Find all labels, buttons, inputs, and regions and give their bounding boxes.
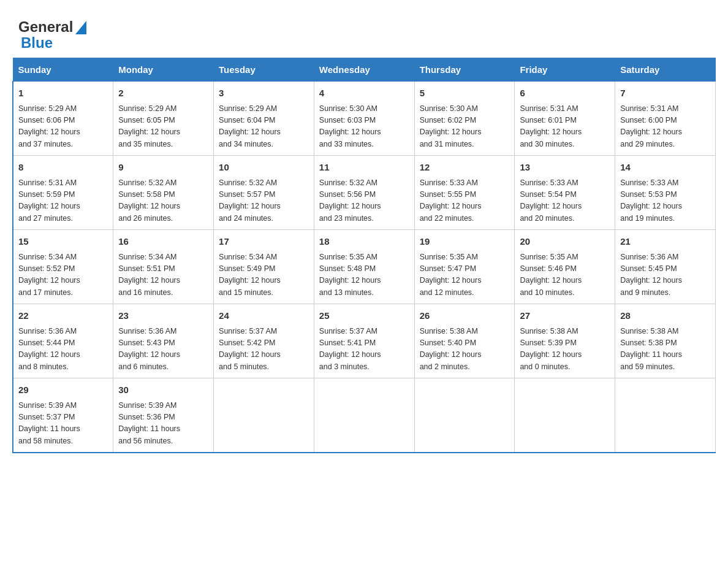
day-info: Sunrise: 5:31 AMSunset: 6:01 PMDaylight:…	[520, 103, 610, 151]
day-info: Sunrise: 5:39 AMSunset: 5:36 PMDaylight:…	[118, 400, 208, 448]
weekday-header-row: SundayMondayTuesdayWednesdayThursdayFrid…	[13, 58, 716, 82]
day-number: 6	[520, 86, 610, 101]
day-number: 22	[18, 309, 108, 323]
day-info: Sunrise: 5:39 AMSunset: 5:37 PMDaylight:…	[18, 400, 108, 448]
calendar-cell: 12Sunrise: 5:33 AMSunset: 5:55 PMDayligh…	[414, 156, 515, 230]
calendar-cell: 25Sunrise: 5:37 AMSunset: 5:41 PMDayligh…	[314, 304, 414, 378]
calendar-table: SundayMondayTuesdayWednesdayThursdayFrid…	[12, 58, 716, 453]
calendar-cell: 21Sunrise: 5:36 AMSunset: 5:45 PMDayligh…	[615, 230, 716, 304]
calendar-cell: 6Sunrise: 5:31 AMSunset: 6:01 PMDaylight…	[515, 82, 615, 156]
day-number: 13	[520, 161, 610, 175]
day-info: Sunrise: 5:32 AMSunset: 5:56 PMDaylight:…	[319, 177, 409, 225]
day-info: Sunrise: 5:37 AMSunset: 5:41 PMDaylight:…	[319, 326, 409, 373]
day-number: 27	[520, 309, 610, 323]
day-number: 24	[219, 309, 309, 323]
day-number: 11	[319, 161, 409, 175]
day-number: 2	[118, 86, 208, 101]
day-info: Sunrise: 5:30 AMSunset: 6:02 PMDaylight:…	[420, 103, 510, 151]
calendar-cell: 19Sunrise: 5:35 AMSunset: 5:47 PMDayligh…	[414, 230, 515, 304]
calendar-week-row: 15Sunrise: 5:34 AMSunset: 5:52 PMDayligh…	[13, 230, 716, 304]
day-number: 15	[18, 235, 108, 249]
day-info: Sunrise: 5:29 AMSunset: 6:06 PMDaylight:…	[18, 103, 108, 151]
day-info: Sunrise: 5:29 AMSunset: 6:05 PMDaylight:…	[118, 103, 208, 151]
day-number: 16	[118, 235, 208, 249]
weekday-header-friday: Friday	[515, 58, 615, 82]
calendar-cell: 23Sunrise: 5:36 AMSunset: 5:43 PMDayligh…	[113, 304, 214, 378]
day-info: Sunrise: 5:34 AMSunset: 5:49 PMDaylight:…	[219, 251, 309, 299]
calendar-cell	[615, 378, 716, 453]
day-number: 8	[18, 161, 108, 175]
day-info: Sunrise: 5:33 AMSunset: 5:55 PMDaylight:…	[420, 177, 510, 225]
day-info: Sunrise: 5:32 AMSunset: 5:57 PMDaylight:…	[219, 177, 309, 225]
calendar-cell	[314, 378, 414, 453]
day-info: Sunrise: 5:35 AMSunset: 5:48 PMDaylight:…	[319, 251, 409, 299]
day-number: 1	[18, 86, 108, 101]
calendar-cell: 30Sunrise: 5:39 AMSunset: 5:36 PMDayligh…	[113, 378, 214, 453]
calendar-week-row: 8Sunrise: 5:31 AMSunset: 5:59 PMDaylight…	[13, 156, 716, 230]
day-number: 5	[420, 86, 510, 101]
calendar-cell: 14Sunrise: 5:33 AMSunset: 5:53 PMDayligh…	[615, 156, 716, 230]
page-header: General Blue	[12, 12, 716, 52]
calendar-cell: 8Sunrise: 5:31 AMSunset: 5:59 PMDaylight…	[13, 156, 113, 230]
calendar-cell: 7Sunrise: 5:31 AMSunset: 6:00 PMDaylight…	[615, 82, 716, 156]
logo-blue-text: Blue	[21, 34, 53, 52]
calendar-cell: 1Sunrise: 5:29 AMSunset: 6:06 PMDaylight…	[13, 82, 113, 156]
day-number: 14	[620, 161, 710, 175]
day-number: 3	[219, 86, 309, 101]
day-number: 30	[118, 383, 208, 397]
day-info: Sunrise: 5:35 AMSunset: 5:47 PMDaylight:…	[420, 251, 510, 299]
logo-general-text: General	[18, 18, 73, 36]
calendar-week-row: 22Sunrise: 5:36 AMSunset: 5:44 PMDayligh…	[13, 304, 716, 378]
day-number: 17	[219, 235, 309, 249]
day-number: 20	[520, 235, 610, 249]
weekday-header-sunday: Sunday	[13, 58, 113, 82]
day-number: 25	[319, 309, 409, 323]
calendar-cell	[414, 378, 515, 453]
calendar-cell: 16Sunrise: 5:34 AMSunset: 5:51 PMDayligh…	[113, 230, 214, 304]
calendar-cell: 9Sunrise: 5:32 AMSunset: 5:58 PMDaylight…	[113, 156, 214, 230]
calendar-week-row: 1Sunrise: 5:29 AMSunset: 6:06 PMDaylight…	[13, 82, 716, 156]
calendar-cell: 27Sunrise: 5:38 AMSunset: 5:39 PMDayligh…	[515, 304, 615, 378]
calendar-cell: 11Sunrise: 5:32 AMSunset: 5:56 PMDayligh…	[314, 156, 414, 230]
calendar-cell: 4Sunrise: 5:30 AMSunset: 6:03 PMDaylight…	[314, 82, 414, 156]
calendar-cell	[214, 378, 314, 453]
day-number: 29	[18, 383, 108, 397]
day-info: Sunrise: 5:29 AMSunset: 6:04 PMDaylight:…	[219, 103, 309, 151]
calendar-cell: 5Sunrise: 5:30 AMSunset: 6:02 PMDaylight…	[414, 82, 515, 156]
day-number: 9	[118, 161, 208, 175]
day-number: 4	[319, 86, 409, 101]
calendar-cell: 15Sunrise: 5:34 AMSunset: 5:52 PMDayligh…	[13, 230, 113, 304]
calendar-cell: 18Sunrise: 5:35 AMSunset: 5:48 PMDayligh…	[314, 230, 414, 304]
calendar-cell: 20Sunrise: 5:35 AMSunset: 5:46 PMDayligh…	[515, 230, 615, 304]
day-info: Sunrise: 5:30 AMSunset: 6:03 PMDaylight:…	[319, 103, 409, 151]
calendar-cell: 28Sunrise: 5:38 AMSunset: 5:38 PMDayligh…	[615, 304, 716, 378]
day-info: Sunrise: 5:36 AMSunset: 5:44 PMDaylight:…	[18, 326, 108, 373]
day-number: 21	[620, 235, 710, 249]
calendar-cell: 2Sunrise: 5:29 AMSunset: 6:05 PMDaylight…	[113, 82, 214, 156]
day-number: 7	[620, 86, 710, 101]
calendar-cell: 29Sunrise: 5:39 AMSunset: 5:37 PMDayligh…	[13, 378, 113, 453]
day-number: 12	[420, 161, 510, 175]
day-info: Sunrise: 5:31 AMSunset: 6:00 PMDaylight:…	[620, 103, 710, 151]
calendar-cell: 22Sunrise: 5:36 AMSunset: 5:44 PMDayligh…	[13, 304, 113, 378]
calendar-cell: 10Sunrise: 5:32 AMSunset: 5:57 PMDayligh…	[214, 156, 314, 230]
logo-triangle-icon	[75, 21, 86, 34]
day-number: 10	[219, 161, 309, 175]
weekday-header-monday: Monday	[113, 58, 214, 82]
weekday-header-tuesday: Tuesday	[214, 58, 314, 82]
svg-marker-0	[75, 21, 86, 34]
day-info: Sunrise: 5:36 AMSunset: 5:43 PMDaylight:…	[118, 326, 208, 373]
weekday-header-saturday: Saturday	[615, 58, 716, 82]
day-info: Sunrise: 5:34 AMSunset: 5:51 PMDaylight:…	[118, 251, 208, 299]
calendar-cell: 24Sunrise: 5:37 AMSunset: 5:42 PMDayligh…	[214, 304, 314, 378]
day-number: 19	[420, 235, 510, 249]
logo: General Blue	[18, 18, 86, 52]
day-info: Sunrise: 5:38 AMSunset: 5:39 PMDaylight:…	[520, 326, 610, 373]
calendar-cell: 26Sunrise: 5:38 AMSunset: 5:40 PMDayligh…	[414, 304, 515, 378]
weekday-header-wednesday: Wednesday	[314, 58, 414, 82]
day-info: Sunrise: 5:37 AMSunset: 5:42 PMDaylight:…	[219, 326, 309, 373]
day-info: Sunrise: 5:33 AMSunset: 5:53 PMDaylight:…	[620, 177, 710, 225]
day-info: Sunrise: 5:36 AMSunset: 5:45 PMDaylight:…	[620, 251, 710, 299]
day-info: Sunrise: 5:34 AMSunset: 5:52 PMDaylight:…	[18, 251, 108, 299]
day-info: Sunrise: 5:31 AMSunset: 5:59 PMDaylight:…	[18, 177, 108, 225]
